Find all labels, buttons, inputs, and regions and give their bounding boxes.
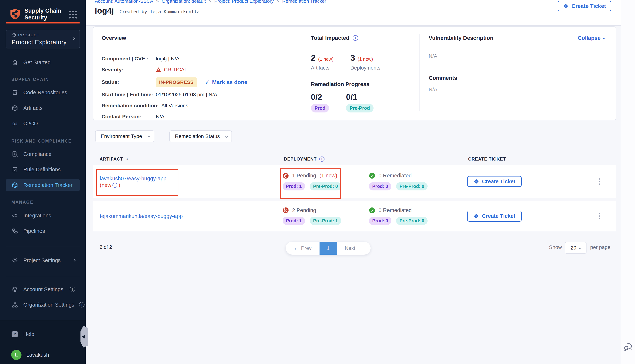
pending-count: 1 Pending (292, 173, 316, 179)
artifact-new-flag: (new i ) (100, 182, 283, 188)
pending-icon (283, 173, 289, 179)
table-row: tejakummarikuntla/easy-buggy-app 2 Pendi… (93, 201, 616, 231)
avatar: L (11, 350, 22, 360)
sidebar-item-code-repositories[interactable]: Code Repositories (6, 86, 80, 98)
prod-progress: 0/2 Prod (311, 92, 329, 112)
remediation-progress-heading: Remediation Progress (311, 81, 414, 87)
sidebar-item-account-settings[interactable]: Account Settings i (6, 283, 80, 296)
breadcrumb-project[interactable]: Project: Product Exploratory (214, 0, 274, 4)
column-create-ticket: CREATE TICKET (467, 156, 524, 162)
sidebar-item-integrations[interactable]: Integrations (6, 210, 80, 222)
show-label: Show (549, 244, 562, 250)
row-menu-kebab-icon[interactable] (597, 177, 601, 186)
home-icon (11, 59, 19, 66)
breadcrumb-account[interactable]: Account: Automation-SSCA (95, 0, 153, 4)
comments-heading: Comments (429, 75, 605, 81)
remediated-check-icon (369, 173, 375, 179)
mark-as-done-link[interactable]: ✓ Mark as done (205, 79, 248, 86)
sidebar-item-label: Code Repositories (23, 90, 67, 96)
environment-type-filter[interactable]: Environment Type (95, 130, 154, 142)
page-title: log4j (95, 6, 114, 16)
overview-heading: Overview (102, 35, 285, 41)
status-badge: IN-PROGRESS (156, 78, 197, 87)
breadcrumb-separator: > (277, 0, 279, 4)
gear-icon (11, 257, 19, 264)
chevron-down-icon (148, 135, 150, 138)
condition-value: All Versions (161, 103, 188, 108)
info-icon: i (79, 302, 85, 308)
sidebar-item-label: CI/CD (23, 120, 38, 126)
breadcrumb-organization[interactable]: Organization: default (162, 0, 206, 4)
results-summary: 2 of 2 (100, 244, 112, 250)
create-ticket-button[interactable]: Create Ticket (558, 1, 611, 12)
right-rail (621, 0, 635, 364)
card-divider (419, 34, 420, 111)
create-ticket-button[interactable]: Create Ticket (467, 176, 522, 187)
remediation-tracker-page: Supply Chain Security PROJECT Product Ex… (0, 0, 635, 364)
info-icon[interactable]: i (319, 156, 324, 162)
sidebar-item-compliance[interactable]: Compliance (6, 148, 80, 160)
sidebar-item-cicd[interactable]: ∞ CI/CD (6, 118, 80, 130)
box-icon (11, 105, 19, 111)
prod-count-badge: Prod: 1 (283, 217, 305, 225)
sidebar-item-project-settings[interactable]: Project Settings (6, 254, 80, 266)
overview-card: Overview Component | CVE : log4j | N/A S… (93, 26, 616, 120)
page-number-button[interactable]: 1 (320, 242, 337, 255)
prod-ratio: 0/2 (311, 92, 329, 102)
app-switcher-icon[interactable] (69, 11, 77, 18)
create-ticket-button[interactable]: Create Ticket (467, 210, 522, 222)
breadcrumb-separator: > (209, 0, 211, 4)
layers-gear-icon (11, 286, 19, 292)
collapse-link[interactable]: Collapse (578, 35, 605, 41)
sidebar-item-artifacts[interactable]: Artifacts (6, 102, 80, 114)
artifact-link[interactable]: tejakummarikuntla/easy-buggy-app (100, 212, 283, 220)
sidebar-item-remediation-tracker[interactable]: Remediation Tracker (6, 179, 80, 191)
artifacts-stat-label: Artifacts (311, 65, 333, 71)
row-menu-kebab-icon[interactable] (597, 211, 601, 221)
info-icon[interactable]: i (112, 183, 117, 188)
component-cve-label: Component | CVE : (102, 56, 156, 62)
cube-icon (12, 33, 16, 37)
sidebar-item-pipelines[interactable]: Pipelines (6, 225, 80, 237)
severity-value: CRITICAL (164, 67, 187, 73)
sidebar-divider (6, 276, 80, 276)
column-artifact[interactable]: ARTIFACT ▲ (100, 156, 282, 162)
vulnerability-description-value: N/A (429, 53, 605, 59)
arrow-right-icon: → (358, 245, 363, 251)
jira-diamond-icon (563, 3, 568, 9)
sidebar-item-get-started[interactable]: Get Started (6, 56, 80, 68)
table-row: lavakush07/easy-buggy-app (new i ) 1 Pen… (93, 165, 616, 198)
pipelines-icon (11, 228, 19, 234)
brand-accent-rule (6, 22, 80, 24)
breadcrumb-current[interactable]: Remediation Tracker (282, 0, 326, 4)
next-page-button[interactable]: Next → (337, 242, 371, 255)
created-by-subtitle: Created by Teja Kummarikuntla (119, 9, 200, 14)
sort-ascending-icon: ▲ (126, 157, 129, 161)
remediated-check-icon (369, 207, 375, 213)
sidebar-item-label: Remediation Tracker (23, 182, 73, 188)
page-size-select[interactable]: 20 (565, 242, 586, 254)
card-divider (291, 34, 291, 111)
time-value: 01/10/2025 01:08 pm | N/A (156, 92, 217, 98)
sidebar-item-organization-settings[interactable]: Organization Settings i (6, 299, 80, 311)
jira-diamond-icon (474, 179, 479, 184)
remediation-status-filter[interactable]: Remediation Status (169, 130, 232, 142)
sidebar-item-rule-definitions[interactable]: Rule Definitions (6, 164, 80, 176)
help-chat-icon: ? (11, 331, 19, 337)
info-icon[interactable]: i (353, 35, 358, 41)
project-name: Product Exploratory (12, 39, 75, 46)
project-selector[interactable]: PROJECT Product Exploratory (6, 30, 80, 48)
table-header: ARTIFACT ▲ DEPLOYMENT i CREATE TICKET (93, 153, 616, 165)
preprod-count-badge: Pre-Prod: 0 (396, 182, 428, 190)
sidebar-item-label: Account Settings (23, 286, 63, 292)
support-chat-icon[interactable] (623, 342, 633, 352)
sidebar-item-help[interactable]: ? Help (6, 328, 80, 340)
artifact-link[interactable]: lavakush07/easy-buggy-app (100, 175, 283, 182)
preprod-count-badge: Pre-Prod: 0 (396, 217, 428, 225)
sidebar-item-label: Pipelines (23, 228, 45, 234)
prev-page-button[interactable]: ← Prev (286, 242, 320, 255)
remediated-cell: 0 Remediated Prod: 0 Pre-Prod: 0 (369, 173, 467, 190)
sidebar-item-user[interactable]: L Lavakush (6, 349, 80, 361)
sidebar-item-label: Compliance (23, 151, 52, 157)
infinity-icon: ∞ (11, 120, 19, 127)
